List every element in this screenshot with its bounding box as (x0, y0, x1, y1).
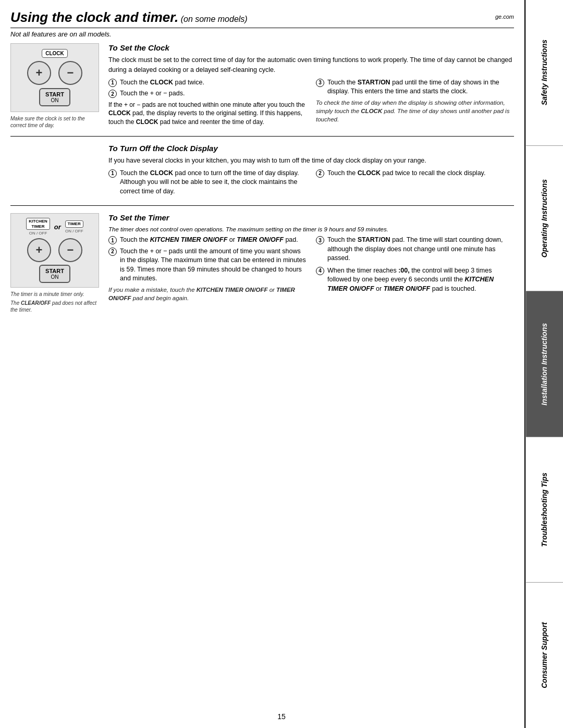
timer-step-4-text: When the timer reaches :00, the control … (327, 266, 514, 294)
clock-steps-note: If the + or − pads are not touched withi… (108, 101, 307, 127)
timer-italic-note: The timer does not control oven operatio… (108, 225, 514, 233)
display-step-2: 2 Touch the CLOCK pad twice to recall th… (316, 169, 514, 178)
timer-step-num-1: 1 (108, 236, 117, 244)
sidebar-troubleshooting-label: Troubleshooting Tips (540, 473, 549, 547)
timer-on-off-button: TIMER (65, 220, 83, 228)
timer-plus-button: + (27, 238, 51, 262)
timer-step-4: 4 When the timer reaches :00, the contro… (316, 266, 514, 294)
sidebar-installation: Installation Instructions (526, 291, 563, 437)
clock-step-2: 2 Touch the + or − pads. (108, 89, 307, 98)
kitchen-timer-button: KITCHENTIMER (26, 218, 50, 230)
display-step-num-1: 1 (108, 169, 117, 178)
timer-step-num-4: 4 (316, 267, 324, 275)
brand-label: ge.com (495, 14, 514, 20)
timer-start-on-button: START ON (39, 265, 70, 283)
sidebar-consumer: Consumer Support (526, 583, 563, 728)
clock-display-body: If you have several clocks in your kitch… (108, 156, 514, 166)
start-on-button: START ON (39, 88, 70, 106)
timer-step-2-text: Touch the + or − pads until the amount o… (120, 247, 307, 283)
clock-body-text: The clock must be set to the correct tim… (108, 55, 514, 75)
clock-step-1-text: Touch the CLOCK pad twice. (120, 78, 204, 88)
step-num-1: 1 (108, 79, 117, 87)
timer-step-1-text: Touch the KITCHEN TIMER ON/OFF or TIMER … (120, 236, 298, 245)
sidebar: Safety Instructions Operating Instructio… (525, 0, 563, 728)
sidebar-safety: Safety Instructions (526, 0, 563, 146)
or-label: or (54, 223, 61, 231)
timer-diagram-caption1: The timer is a minute timer only. (10, 291, 99, 298)
step-num-2: 2 (108, 90, 117, 98)
clock-diagram-caption: Make sure the clock is set to the correc… (10, 115, 99, 129)
clock-diagram: CLOCK + − START ON (10, 43, 99, 112)
page-title: Using the clock and timer. (on some mode… (10, 9, 248, 26)
timer-step-1: 1 Touch the KITCHEN TIMER ON/OFF or TIME… (108, 236, 307, 245)
timer-diagram: KITCHENTIMER ON / OFF or TIMER ON / OFF … (10, 213, 99, 288)
clock-display-section-title: To Turn Off the Clock Display (108, 144, 514, 153)
timer-section-title: To Set the Timer (108, 213, 514, 222)
timer-step-3-text: Touch the START/ON pad. The time will st… (327, 236, 514, 263)
timer-minus-button: − (58, 238, 82, 262)
timer-step-3: 3 Touch the START/ON pad. The time will … (316, 236, 514, 263)
clock-step-3-text: Touch the START/ON pad until the time of… (327, 78, 514, 96)
sidebar-consumer-label: Consumer Support (540, 622, 549, 688)
clock-step-3: 3 Touch the START/ON pad until the time … (316, 78, 514, 96)
timer-step-2-note: If you make a mistake, touch the KITCHEN… (108, 286, 307, 302)
display-step-2-text: Touch the CLOCK pad twice to recall the … (327, 169, 485, 178)
clock-step-2-text: Touch the + or − pads. (120, 89, 185, 98)
page-number: 15 (277, 712, 286, 721)
display-step-1: 1 Touch the CLOCK pad once to turn off t… (108, 169, 307, 196)
sidebar-operating: Operating Instructions (526, 146, 563, 292)
timer-step-num-3: 3 (316, 236, 324, 244)
timer-diagram-caption2: The CLEAR/OFF pad does not affect the ti… (10, 300, 99, 313)
display-step-num-2: 2 (316, 169, 324, 178)
sidebar-installation-label: Installation Instructions (540, 323, 549, 405)
timer-step-2: 2 Touch the + or − pads until the amount… (108, 247, 307, 283)
clock-button-label: CLOCK (42, 49, 68, 58)
display-step-1-text: Touch the CLOCK pad once to turn off the… (120, 169, 307, 196)
sidebar-troubleshooting: Troubleshooting Tips (526, 437, 563, 583)
minus-button: − (58, 61, 82, 85)
clock-step-3-note: To check the time of day when the displa… (316, 98, 514, 124)
sidebar-safety-label: Safety Instructions (540, 40, 549, 105)
clock-step-1: 1 Touch the CLOCK pad twice. (108, 78, 307, 88)
timer-step-num-2: 2 (108, 248, 117, 256)
plus-button: + (27, 61, 51, 85)
step-num-3: 3 (316, 79, 324, 87)
sidebar-operating-label: Operating Instructions (540, 179, 549, 257)
subtitle-note: Not all features are on all models. (10, 30, 514, 38)
clock-section-title: To Set the Clock (108, 43, 514, 52)
